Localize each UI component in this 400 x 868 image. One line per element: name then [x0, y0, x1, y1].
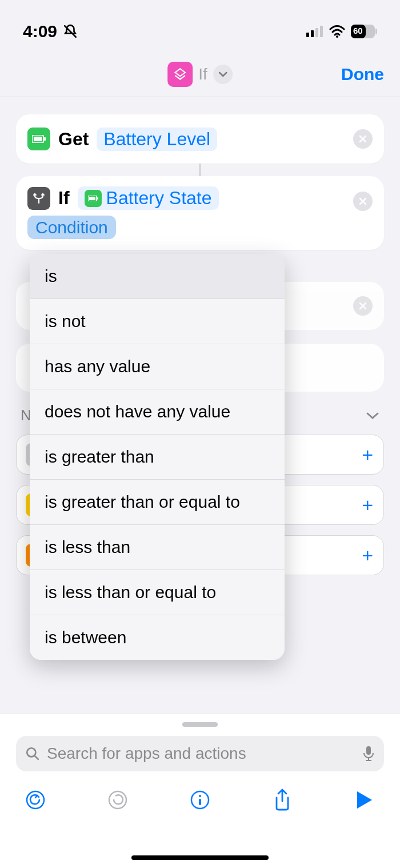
svg-point-17: [109, 791, 126, 809]
battery-level-pill[interactable]: Battery Level: [97, 128, 217, 151]
undo-button[interactable]: [23, 787, 48, 813]
redo-button[interactable]: [105, 787, 130, 813]
status-time: 4:09: [23, 22, 57, 41]
svg-point-19: [199, 795, 201, 797]
mic-icon[interactable]: [362, 746, 375, 762]
condition-pill[interactable]: Condition: [27, 216, 116, 239]
chevron-down-icon[interactable]: [213, 65, 233, 84]
info-button[interactable]: [187, 787, 213, 813]
nav-title-group[interactable]: If: [167, 62, 233, 87]
dropdown-item-less[interactable]: is less than: [30, 525, 285, 570]
bottom-panel: Search for apps and actions: [0, 714, 400, 868]
action-verb: Get: [58, 129, 89, 150]
svg-rect-7: [375, 29, 377, 34]
add-suggestion-icon[interactable]: +: [362, 494, 373, 516]
status-left: 4:09: [23, 22, 78, 41]
battery-app-icon: [27, 128, 50, 150]
nav-header: If Done: [0, 51, 400, 97]
delete-button[interactable]: [353, 296, 373, 316]
connector-line: [199, 164, 201, 176]
action-card-if[interactable]: If Battery State Condition: [16, 176, 384, 250]
search-field[interactable]: Search for apps and actions: [16, 736, 384, 771]
silent-icon: [63, 24, 78, 39]
battery-pct: 60: [353, 26, 363, 35]
svg-rect-9: [34, 137, 42, 141]
bottom-toolbar: [0, 787, 400, 813]
dropdown-item-no-value[interactable]: does not have any value: [30, 389, 285, 435]
battery-icon: 60: [351, 25, 377, 38]
condition-dropdown: is is not has any value does not have an…: [30, 254, 285, 660]
svg-rect-3: [320, 26, 323, 37]
svg-rect-0: [306, 33, 309, 37]
dropdown-item-has-any-value[interactable]: has any value: [30, 344, 285, 389]
svg-rect-10: [44, 137, 46, 141]
play-button[interactable]: [352, 787, 377, 813]
dropdown-item-greater-eq[interactable]: is greater than or equal to: [30, 480, 285, 525]
action-card-get-battery[interactable]: Get Battery Level: [16, 114, 384, 164]
svg-rect-13: [97, 197, 98, 200]
battery-mini-icon: [85, 190, 102, 207]
cellular-icon: [306, 26, 323, 37]
nav-title: If: [198, 65, 207, 83]
if-app-icon: [167, 62, 193, 87]
delete-if-button[interactable]: [353, 192, 373, 211]
add-suggestion-icon[interactable]: +: [362, 444, 373, 466]
search-icon: [25, 746, 40, 761]
dropdown-item-greater[interactable]: is greater than: [30, 435, 285, 480]
svg-point-14: [27, 748, 35, 756]
dropdown-item-is-not[interactable]: is not: [30, 299, 285, 344]
panel-grabber[interactable]: [182, 722, 218, 727]
status-right: 60: [306, 25, 377, 38]
add-suggestion-icon[interactable]: +: [362, 544, 373, 567]
svg-rect-15: [366, 746, 371, 755]
svg-point-4: [336, 35, 338, 38]
status-bar: 4:09 60: [0, 0, 400, 51]
wifi-icon: [329, 25, 345, 38]
delete-action-button[interactable]: [353, 129, 373, 149]
svg-point-16: [27, 791, 44, 809]
chevron-down-icon[interactable]: [366, 412, 379, 420]
if-verb: If: [58, 188, 70, 209]
dropdown-item-between[interactable]: is between: [30, 615, 285, 660]
battery-state-pill[interactable]: Battery State: [78, 186, 219, 210]
dropdown-item-less-eq[interactable]: is less than or equal to: [30, 570, 285, 615]
conditional-icon: [27, 187, 50, 210]
svg-rect-2: [315, 28, 318, 37]
share-button[interactable]: [270, 787, 295, 813]
done-button[interactable]: Done: [341, 65, 384, 84]
svg-rect-12: [89, 197, 95, 200]
svg-rect-20: [199, 799, 201, 805]
search-placeholder: Search for apps and actions: [47, 744, 355, 763]
svg-rect-1: [311, 30, 314, 37]
dropdown-item-is[interactable]: is: [30, 254, 285, 299]
home-indicator[interactable]: [131, 855, 269, 860]
